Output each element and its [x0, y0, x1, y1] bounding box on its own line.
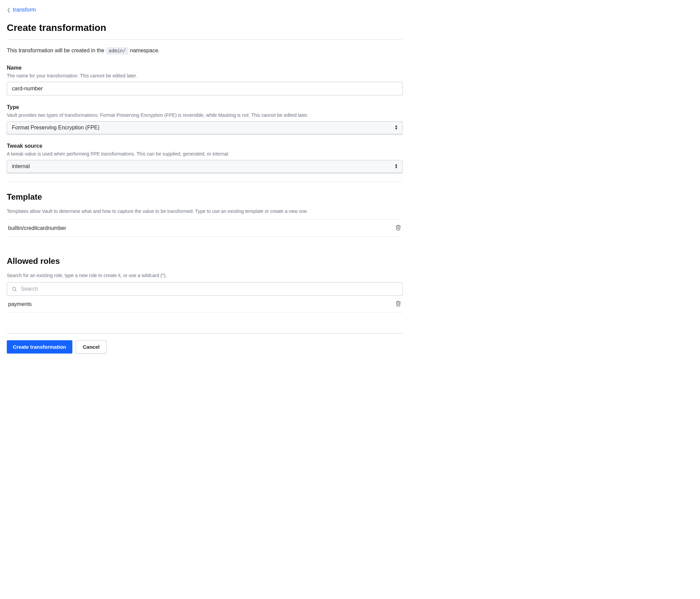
field-tweak-source: Tweak source A tweak value is used when …: [7, 143, 403, 173]
tweak-source-label: Tweak source: [7, 143, 403, 149]
type-help: Vault provides two types of transformati…: [7, 112, 403, 118]
namespace-description: This transformation will be created in t…: [7, 47, 403, 55]
tweak-source-help: A tweak value is used when performing FP…: [7, 151, 403, 157]
roles-help: Search for an existing role, type a new …: [7, 273, 403, 278]
name-input[interactable]: [7, 82, 403, 95]
roles-search-input[interactable]: [7, 282, 403, 296]
field-type: Type Vault provides two types of transfo…: [7, 104, 403, 134]
action-buttons: Create transformation Cancel: [7, 340, 403, 353]
type-label: Type: [7, 104, 403, 110]
trash-icon: [395, 224, 401, 231]
template-item-name: builtin/creditcardnumber: [8, 225, 66, 231]
delete-template-button[interactable]: [395, 224, 401, 232]
action-divider: [7, 333, 403, 333]
delete-role-button[interactable]: [395, 300, 401, 308]
roles-section-title: Allowed roles: [7, 256, 403, 266]
divider: [7, 182, 403, 182]
page-title: Create transformation: [7, 22, 403, 40]
template-section-title: Template: [7, 192, 403, 202]
trash-icon: [395, 300, 401, 307]
chevron-left-icon: ❮: [7, 7, 11, 13]
tweak-source-select[interactable]: internal: [7, 160, 403, 173]
template-item-row: builtin/creditcardnumber: [7, 219, 403, 237]
name-help: The name for your transformation. This c…: [7, 73, 403, 78]
role-item-name: payments: [8, 301, 32, 307]
breadcrumb: ❮ transform: [7, 7, 403, 13]
role-item-row: payments: [7, 296, 403, 313]
cancel-button[interactable]: Cancel: [76, 340, 107, 353]
namespace-code-chip: admin/: [106, 47, 128, 55]
namespace-prefix: This transformation will be created in t…: [7, 48, 106, 53]
namespace-suffix: namespace.: [128, 48, 160, 53]
breadcrumb-link-transform[interactable]: transform: [13, 7, 36, 13]
name-label: Name: [7, 65, 403, 71]
type-select[interactable]: Format Preserving Encryption (FPE): [7, 121, 403, 134]
field-name: Name The name for your transformation. T…: [7, 65, 403, 95]
template-help: Templates allow Vault to determine what …: [7, 208, 403, 214]
create-transformation-button[interactable]: Create transformation: [7, 340, 72, 353]
